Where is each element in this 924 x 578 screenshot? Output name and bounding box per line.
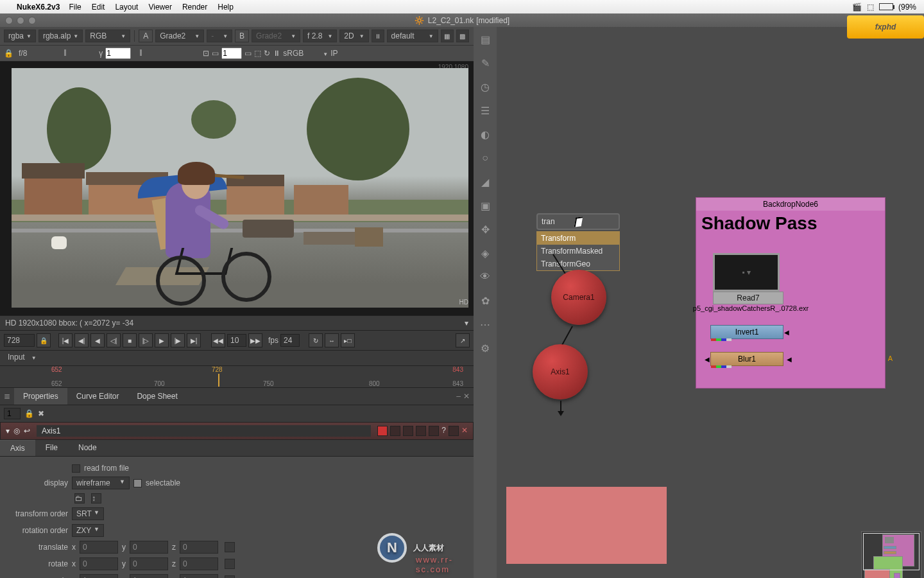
node-search-input[interactable]: [536, 213, 620, 230]
image-menu-icon[interactable]: ▤: [478, 32, 492, 46]
default-dropdown[interactable]: default▼: [387, 30, 438, 42]
menu-layout[interactable]: Layout: [115, 3, 138, 12]
blur-node[interactable]: Blur1 ◀ ◀: [710, 352, 783, 366]
rgb-dropdown[interactable]: RGB▼: [85, 30, 130, 42]
menu-render[interactable]: Render: [182, 3, 207, 12]
tab-dope-sheet[interactable]: Dope Sheet: [128, 388, 186, 405]
fps-field[interactable]: [280, 334, 300, 347]
metadata-menu-icon[interactable]: ✿: [478, 293, 492, 308]
step-back-icon[interactable]: ◁|: [107, 333, 121, 347]
step-fwd-icon[interactable]: |▷: [139, 333, 153, 347]
a-input-dropdown[interactable]: Grade2▼: [155, 30, 204, 42]
clear-all-icon[interactable]: ✖: [38, 409, 44, 418]
display-dropdown[interactable]: wireframe▼: [72, 477, 130, 489]
merge-menu-icon[interactable]: ▣: [478, 198, 492, 213]
help-icon[interactable]: ?: [441, 426, 446, 436]
traffic-lights[interactable]: [5, 17, 36, 24]
transform-order-dropdown[interactable]: SRT▼: [72, 507, 104, 520]
translate-anim-button[interactable]: [225, 542, 235, 552]
pause-button[interactable]: ⏸: [372, 30, 384, 42]
gamma-slider[interactable]: [133, 49, 198, 58]
scale-z[interactable]: [180, 574, 218, 578]
option-transform[interactable]: Transform: [537, 232, 619, 245]
layers-toggle[interactable]: ▦: [441, 30, 454, 42]
time-menu-icon[interactable]: ◷: [478, 80, 492, 94]
transform-menu-icon[interactable]: ✥: [478, 222, 492, 236]
tab-file[interactable]: File: [35, 440, 68, 456]
zoom-field[interactable]: [221, 48, 242, 59]
viewer-panel[interactable]: 1920,1080: [0, 62, 474, 315]
backdrop-node-2[interactable]: [506, 487, 667, 564]
status-collapse-icon[interactable]: ▾: [465, 319, 468, 328]
grid-toggle[interactable]: ▩: [456, 30, 469, 42]
play-fwd-icon[interactable]: ▶: [155, 333, 169, 347]
tab-properties[interactable]: Properties: [14, 388, 67, 405]
center-icon[interactable]: ◎: [13, 426, 20, 435]
external-icon[interactable]: ↗: [456, 333, 470, 347]
node-redo-icon[interactable]: [416, 426, 426, 436]
file-browser-button[interactable]: 🗀: [74, 493, 85, 504]
rotation-order-dropdown[interactable]: ZXY▼: [72, 524, 104, 537]
link-icon[interactable]: ↩: [24, 426, 30, 435]
node-revert-icon[interactable]: [429, 426, 439, 436]
proxy-de-icon[interactable]: ▭: [212, 49, 219, 58]
channel-menu-icon[interactable]: ☰: [478, 103, 492, 118]
selectable-checkbox[interactable]: [133, 479, 142, 487]
translate-y[interactable]: [130, 541, 168, 554]
scale-x[interactable]: [80, 574, 118, 578]
rotate-z[interactable]: [180, 557, 218, 570]
step-field[interactable]: [227, 334, 246, 347]
panel-close-icon[interactable]: ✕: [463, 392, 470, 401]
node-graph-navigator[interactable]: [861, 531, 921, 578]
node-panel-header[interactable]: ▾ ◎ ↩ Axis1 ? ✕: [0, 422, 474, 440]
rotate-y[interactable]: [130, 557, 168, 570]
lock-icon[interactable]: 🔒: [4, 49, 13, 58]
rotate-anim-button[interactable]: [225, 559, 235, 569]
tab-handle-icon[interactable]: ≣: [0, 392, 14, 401]
menu-help[interactable]: Help: [218, 3, 234, 12]
proxy-in-icon[interactable]: ▭: [244, 49, 252, 58]
goto-first-icon[interactable]: |◀: [58, 333, 73, 347]
current-frame-field[interactable]: [4, 334, 35, 347]
timeline[interactable]: 652 652 700 728 750 800 843 843: [0, 365, 474, 387]
channel-dropdown-1[interactable]: rgba▼: [4, 30, 36, 42]
read-node[interactable]: ▪ ▾ Read7: [713, 253, 783, 304]
filter-menu-icon[interactable]: ○: [478, 151, 492, 165]
tab-curve-editor[interactable]: Curve Editor: [67, 388, 128, 405]
clapper-icon[interactable]: 🎬: [852, 3, 862, 12]
scale-y[interactable]: [130, 574, 168, 578]
draw-menu-icon[interactable]: ✎: [478, 56, 492, 70]
panel-min-icon[interactable]: –: [456, 392, 461, 401]
lock-playback-icon[interactable]: 🔒: [37, 333, 51, 347]
views-menu-icon[interactable]: 👁: [478, 270, 492, 284]
backdrop-node[interactable]: BackdropNode6 Shadow Pass ▪ ▾ Read7 p5_c…: [696, 197, 886, 389]
zoom-fit-icon[interactable]: ⊡: [203, 49, 209, 58]
3d-menu-icon[interactable]: ◈: [478, 246, 492, 260]
gamma-field[interactable]: [105, 48, 131, 59]
input-range-dropdown[interactable]: Input▼: [4, 351, 40, 363]
other-menu-icon[interactable]: ⋯: [478, 317, 492, 331]
play-back-icon[interactable]: ◀: [90, 333, 105, 347]
fstop-slider[interactable]: [32, 49, 96, 58]
read-from-file-checkbox[interactable]: [72, 464, 80, 473]
colorspace-dropdown[interactable]: sRGB▼: [283, 49, 328, 58]
menu-viewer[interactable]: Viewer: [148, 3, 171, 12]
toolset-menu-icon[interactable]: ⚙: [478, 341, 492, 355]
battery-icon[interactable]: [879, 3, 893, 10]
axis-node[interactable]: Axis1: [533, 344, 588, 399]
proxy-dropdown[interactable]: f 2.8▼: [303, 30, 337, 42]
goto-next-key-icon[interactable]: |▶: [171, 333, 185, 347]
node-graph[interactable]: Transform TransformMasked TransformGeo C…: [497, 27, 924, 578]
playhead-icon[interactable]: [218, 374, 219, 387]
translate-z[interactable]: [180, 541, 218, 554]
loop-icon[interactable]: ↻: [309, 333, 323, 347]
menu-file[interactable]: File: [69, 3, 81, 12]
panel-count-field[interactable]: [4, 408, 21, 419]
tab-axis[interactable]: Axis: [0, 440, 35, 456]
color-menu-icon[interactable]: ◐: [478, 127, 492, 141]
ip-button[interactable]: IP: [330, 49, 338, 58]
flipbook-icon[interactable]: ▸□: [341, 333, 355, 347]
camera-node[interactable]: Camera1: [551, 270, 606, 325]
b-input-dropdown[interactable]: Grade2▼: [252, 30, 300, 42]
goto-last-icon[interactable]: ▶|: [187, 333, 201, 347]
